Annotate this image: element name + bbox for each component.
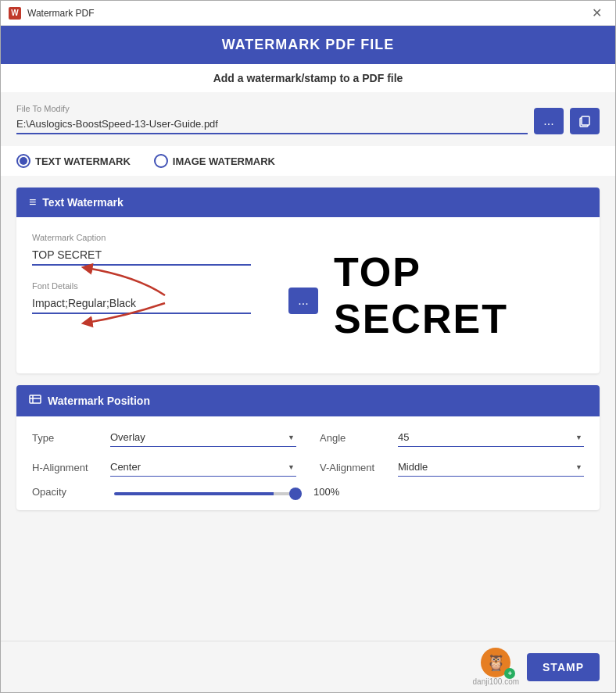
- opacity-label: Opacity: [32, 486, 102, 498]
- close-button[interactable]: ✕: [586, 2, 607, 24]
- title-bar-text: Watermark PDF: [27, 8, 586, 19]
- copy-icon: [578, 115, 591, 127]
- file-input-group: File To Modify: [16, 104, 528, 134]
- angle-label: Angle: [320, 432, 390, 444]
- opacity-slider-container: [114, 484, 302, 498]
- image-watermark-label: IMAGE WATERMARK: [173, 155, 275, 167]
- text-watermark-preview: TOP SECRET: [334, 233, 584, 358]
- caption-label: Watermark Caption: [32, 233, 318, 242]
- angle-select-wrapper: 0 45 90 135 180: [398, 428, 584, 447]
- position-header: Watermark Position: [16, 385, 600, 416]
- text-watermark-header: ≡ Text Watermark: [16, 188, 600, 217]
- opacity-slider[interactable]: [114, 492, 302, 495]
- font-input[interactable]: [32, 294, 251, 314]
- radio-row: TEXT WATERMARK IMAGE WATERMARK: [1, 146, 615, 176]
- header-title: WATERMARK PDF FILE: [222, 37, 395, 52]
- bottom-bar: 🦉 + danji100.com STAMP: [1, 641, 615, 692]
- svg-rect-1: [582, 116, 589, 125]
- opacity-value: 100%: [313, 486, 339, 498]
- preview-text: TOP SECRET: [334, 248, 584, 342]
- text-watermark-body-wrapper: Watermark Caption Font Details ...: [16, 217, 600, 373]
- text-watermark-radio[interactable]: TEXT WATERMARK: [16, 154, 131, 168]
- svg-rect-4: [30, 395, 41, 403]
- h-alignment-select-wrapper: Left Center Right: [110, 458, 296, 477]
- opacity-row: Opacity 100%: [32, 484, 584, 498]
- text-watermark-left: Watermark Caption Font Details ...: [32, 233, 318, 358]
- font-browse-button[interactable]: ...: [288, 288, 318, 314]
- type-select[interactable]: Overlay Underlay: [110, 428, 296, 447]
- text-watermark-body: Watermark Caption Font Details ...: [32, 233, 584, 358]
- angle-row: Angle 0 45 90 135 180: [320, 428, 584, 447]
- stamp-button[interactable]: STAMP: [527, 653, 600, 681]
- h-alignment-label: H-Alignment: [32, 462, 102, 473]
- v-alignment-row: V-Alignment Top Middle Bottom: [320, 458, 584, 477]
- logo-icon: 🦉: [486, 653, 506, 672]
- position-section-body: Type Overlay Underlay Angle: [16, 416, 600, 510]
- text-watermark-header-title: Text Watermark: [42, 196, 123, 209]
- h-alignment-row: H-Alignment Left Center Right: [32, 458, 296, 477]
- angle-select[interactable]: 0 45 90 135 180: [398, 428, 584, 447]
- file-label: File To Modify: [16, 104, 528, 113]
- caption-field: Watermark Caption: [32, 233, 318, 266]
- v-alignment-label: V-Alignment: [320, 462, 390, 473]
- type-row: Type Overlay Underlay: [32, 428, 296, 447]
- file-copy-button[interactable]: [570, 108, 600, 134]
- main-window: W Watermark PDF ✕ WATERMARK PDF FILE Add…: [0, 0, 616, 693]
- header-bar: WATERMARK PDF FILE: [1, 26, 615, 64]
- site-text: danji100.com: [473, 677, 519, 686]
- font-row: Font Details ...: [32, 281, 318, 314]
- logo-area: 🦉 + danji100.com: [473, 648, 519, 686]
- position-header-title: Watermark Position: [48, 395, 150, 407]
- caption-input[interactable]: [32, 245, 251, 266]
- file-input[interactable]: [16, 115, 528, 134]
- type-select-wrapper: Overlay Underlay: [110, 428, 296, 447]
- v-alignment-select[interactable]: Top Middle Bottom: [398, 458, 584, 477]
- file-browse-button[interactable]: ...: [534, 108, 564, 134]
- position-icon: [29, 393, 41, 405]
- text-watermark-section: ≡ Text Watermark Watermark Caption: [16, 188, 600, 373]
- position-grid: Type Overlay Underlay Angle: [32, 428, 584, 477]
- image-watermark-radio[interactable]: IMAGE WATERMARK: [154, 154, 275, 168]
- text-watermark-radio-circle: [16, 154, 30, 168]
- position-section: Watermark Position Type Overlay Underlay: [16, 385, 600, 510]
- file-row: File To Modify ...: [16, 104, 600, 134]
- font-input-group: Font Details: [32, 281, 279, 314]
- font-label: Font Details: [32, 281, 279, 291]
- content-area: File To Modify ... TEXT WATERMARK IMAGE …: [1, 92, 615, 641]
- h-alignment-select[interactable]: Left Center Right: [110, 458, 296, 477]
- v-alignment-select-wrapper: Top Middle Bottom: [398, 458, 584, 477]
- image-watermark-radio-circle: [154, 154, 168, 168]
- app-icon: W: [9, 7, 21, 20]
- position-header-icon: [29, 393, 41, 409]
- subtitle: Add a watermark/stamp to a PDF file: [1, 64, 615, 92]
- title-bar: W Watermark PDF ✕: [1, 1, 615, 26]
- text-watermark-label: TEXT WATERMARK: [35, 155, 131, 167]
- type-label: Type: [32, 432, 102, 444]
- section-header-icon: ≡: [29, 195, 36, 209]
